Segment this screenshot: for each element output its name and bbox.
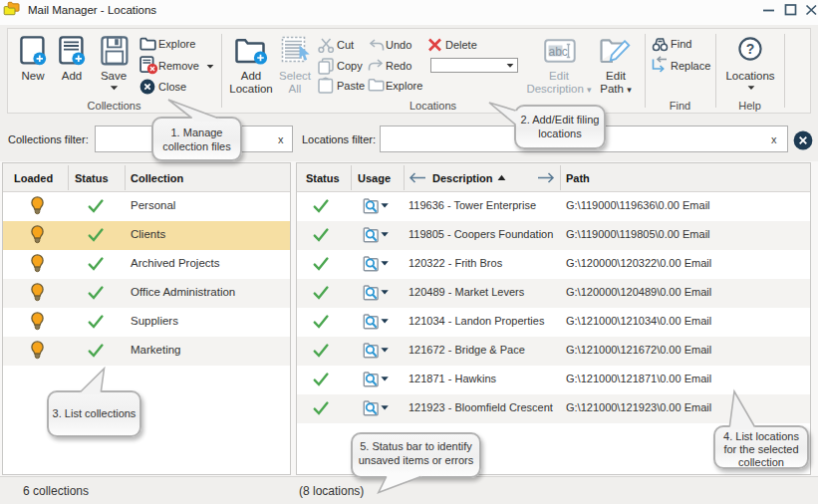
svg-text:abc: abc <box>549 45 568 59</box>
svg-text:?: ? <box>746 41 755 57</box>
